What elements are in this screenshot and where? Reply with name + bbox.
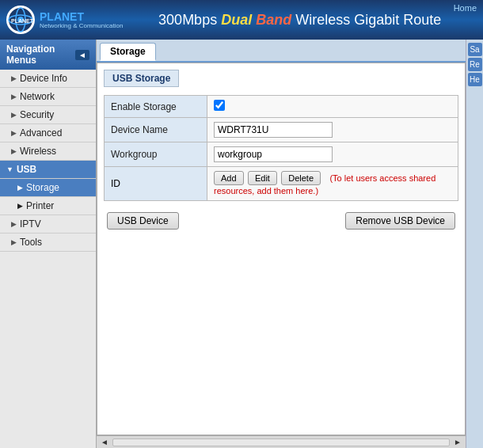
sidebar-title: Navigation Menus [6, 44, 75, 66]
device-name-input[interactable] [214, 122, 333, 138]
sidebar-item-advanced[interactable]: ▶ Advanced [0, 124, 96, 142]
svg-text:PLANET: PLANET [11, 18, 33, 24]
id-value: Add Edit Delete (To let users access sha… [207, 167, 458, 201]
sidebar-item-tools[interactable]: ▶ Tools [0, 233, 96, 252]
bottom-scrollbar: ◄ ► [97, 435, 466, 448]
header-title: 300Mbps Dual Band Wireless Gigabit Route [123, 12, 477, 28]
sidebar-item-label: Storage [26, 182, 59, 193]
delete-button[interactable]: Delete [281, 171, 321, 185]
device-name-value [207, 118, 458, 142]
sidebar-toggle[interactable]: ◄ [75, 50, 89, 60]
usb-device-button[interactable]: USB Device [107, 212, 179, 230]
main-layout: Navigation Menus ◄ ▶ Device Info ▶ Netwo… [0, 40, 483, 448]
sidebar-item-wireless[interactable]: ▶ Wireless [0, 142, 96, 161]
chevron-right-icon: ▶ [11, 93, 17, 101]
scroll-right-button[interactable]: ► [451, 438, 464, 446]
sidebar-item-network[interactable]: ▶ Network [0, 88, 96, 106]
sidebar-item-label: Tools [20, 237, 42, 248]
sidebar: Navigation Menus ◄ ▶ Device Info ▶ Netwo… [0, 40, 97, 448]
chevron-right-icon: ▶ [17, 184, 23, 192]
chevron-right-icon: ▶ [11, 220, 17, 228]
chevron-right-icon: ▶ [11, 238, 17, 246]
table-row: Device Name [105, 118, 458, 142]
sidebar-item-label: Printer [26, 200, 54, 211]
sidebar-header: Navigation Menus ◄ [0, 40, 96, 70]
sidebar-item-usb[interactable]: ▼ USB [0, 161, 96, 179]
usb-button-bar: USB Device Remove USB Device [104, 212, 458, 230]
panel-subtitle: USB Storage [104, 70, 179, 87]
workgroup-input[interactable] [214, 146, 333, 162]
table-row: ID Add Edit Delete (To let users access … [105, 167, 458, 201]
chevron-right-icon: ▶ [11, 74, 17, 82]
sidebar-item-label: Network [20, 91, 55, 102]
chevron-right-icon: ▶ [11, 129, 17, 137]
table-row: Workgroup [105, 142, 458, 167]
device-name-label: Device Name [105, 118, 207, 142]
logo-circle: PLANET [6, 6, 35, 34]
sidebar-item-label: Advanced [20, 127, 62, 139]
scroll-left-button[interactable]: ◄ [98, 438, 111, 446]
sidebar-item-security[interactable]: ▶ Security [0, 106, 96, 124]
tab-storage[interactable]: Storage [100, 43, 156, 61]
edit-button[interactable]: Edit [248, 171, 277, 185]
enable-storage-label: Enable Storage [105, 96, 207, 118]
workgroup-value [207, 142, 458, 167]
workgroup-label: Workgroup [105, 142, 207, 167]
sidebar-item-device-info[interactable]: ▶ Device Info [0, 70, 96, 88]
id-label: ID [105, 167, 207, 201]
sidebar-item-label: Security [20, 109, 54, 120]
sidebar-item-label: IPTV [20, 218, 41, 230]
chevron-down-icon: ▼ [6, 165, 13, 173]
enable-storage-value [207, 96, 458, 118]
header: PLANET PLANET Networking & Communication… [0, 0, 483, 40]
add-button[interactable]: Add [214, 171, 244, 185]
content-panel: USB Storage Enable Storage Device Name W… [97, 63, 466, 435]
form-table: Enable Storage Device Name Workgroup [104, 95, 458, 201]
sidebar-item-storage[interactable]: ▶ Storage [0, 179, 96, 197]
enable-storage-checkbox[interactable] [214, 100, 225, 111]
logo-text: PLANET Networking & Communication [40, 11, 123, 29]
logo: PLANET PLANET Networking & Communication [6, 6, 123, 34]
chevron-right-icon: ▶ [11, 147, 17, 155]
remove-usb-button[interactable]: Remove USB Device [345, 212, 455, 230]
sidebar-item-iptv[interactable]: ▶ IPTV [0, 215, 96, 233]
sidebar-item-printer[interactable]: ▶ Printer [0, 197, 96, 215]
sidebar-item-label: USB [17, 164, 36, 175]
sidebar-item-label: Wireless [20, 146, 56, 157]
right-bar: Sa Re He [466, 40, 483, 448]
sidebar-item-label: Device Info [20, 73, 67, 84]
chevron-right-icon: ▶ [17, 202, 23, 210]
chevron-right-icon: ▶ [11, 111, 17, 119]
help-button[interactable]: He [468, 73, 482, 86]
home-link[interactable]: Home [454, 3, 477, 13]
reset-button[interactable]: Re [468, 58, 482, 71]
content-area: Storage USB Storage Enable Storage Devic… [97, 40, 466, 448]
scroll-track[interactable] [112, 439, 450, 446]
save-button[interactable]: Sa [468, 43, 482, 56]
tab-bar: Storage [97, 40, 466, 63]
table-row: Enable Storage [105, 96, 458, 118]
